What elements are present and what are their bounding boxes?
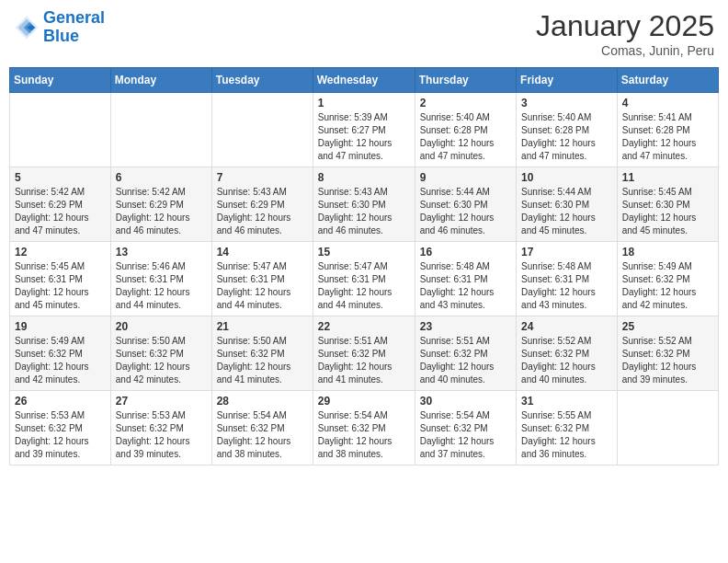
day-number: 19: [15, 320, 106, 333]
calendar-cell: 26Sunrise: 5:53 AM Sunset: 6:32 PM Dayli…: [10, 391, 111, 465]
calendar-cell: 13Sunrise: 5:46 AM Sunset: 6:31 PM Dayli…: [110, 242, 211, 316]
calendar-week-row: 12Sunrise: 5:45 AM Sunset: 6:31 PM Dayli…: [10, 242, 719, 316]
day-info: Sunrise: 5:42 AM Sunset: 6:29 PM Dayligh…: [15, 186, 106, 237]
day-info: Sunrise: 5:43 AM Sunset: 6:29 PM Dayligh…: [217, 186, 308, 237]
day-number: 18: [622, 246, 713, 259]
calendar-cell: 25Sunrise: 5:52 AM Sunset: 6:32 PM Dayli…: [617, 316, 718, 391]
day-number: 29: [318, 395, 410, 408]
day-info: Sunrise: 5:46 AM Sunset: 6:31 PM Dayligh…: [116, 260, 207, 312]
day-number: 8: [318, 171, 410, 184]
day-info: Sunrise: 5:42 AM Sunset: 6:29 PM Dayligh…: [116, 186, 207, 237]
day-info: Sunrise: 5:43 AM Sunset: 6:30 PM Dayligh…: [318, 186, 410, 237]
calendar-title: January 2025: [536, 9, 714, 43]
calendar-cell: 28Sunrise: 5:54 AM Sunset: 6:32 PM Dayli…: [211, 391, 313, 465]
day-info: Sunrise: 5:40 AM Sunset: 6:28 PM Dayligh…: [420, 111, 511, 163]
day-of-week-header: Thursday: [415, 68, 516, 93]
calendar-cell: 19Sunrise: 5:49 AM Sunset: 6:32 PM Dayli…: [10, 316, 111, 391]
calendar-cell: 11Sunrise: 5:45 AM Sunset: 6:30 PM Dayli…: [617, 167, 718, 242]
day-info: Sunrise: 5:55 AM Sunset: 6:32 PM Dayligh…: [521, 409, 612, 461]
day-info: Sunrise: 5:39 AM Sunset: 6:27 PM Dayligh…: [318, 111, 410, 163]
calendar-cell: [110, 93, 211, 167]
calendar-cell: 20Sunrise: 5:50 AM Sunset: 6:32 PM Dayli…: [110, 316, 211, 391]
day-info: Sunrise: 5:44 AM Sunset: 6:30 PM Dayligh…: [521, 186, 612, 237]
calendar-cell: 2Sunrise: 5:40 AM Sunset: 6:28 PM Daylig…: [415, 93, 516, 167]
day-number: 3: [521, 97, 612, 109]
calendar-week-row: 19Sunrise: 5:49 AM Sunset: 6:32 PM Dayli…: [10, 316, 719, 391]
calendar-week-row: 5Sunrise: 5:42 AM Sunset: 6:29 PM Daylig…: [10, 167, 719, 242]
calendar-cell: 17Sunrise: 5:48 AM Sunset: 6:31 PM Dayli…: [517, 242, 618, 316]
day-info: Sunrise: 5:41 AM Sunset: 6:28 PM Dayligh…: [622, 111, 713, 163]
day-number: 9: [420, 171, 511, 184]
day-number: 5: [15, 171, 106, 184]
title-block: January 2025 Comas, Junin, Peru: [536, 9, 714, 58]
day-number: 31: [521, 395, 612, 408]
day-number: 12: [15, 246, 106, 259]
logo-line2: Blue: [43, 27, 79, 45]
day-info: Sunrise: 5:51 AM Sunset: 6:32 PM Dayligh…: [318, 335, 410, 386]
day-number: 10: [521, 171, 612, 184]
day-of-week-header: Sunday: [10, 68, 111, 93]
calendar-table: SundayMondayTuesdayWednesdayThursdayFrid…: [9, 67, 719, 465]
day-number: 27: [116, 395, 207, 408]
day-of-week-header: Tuesday: [211, 68, 313, 93]
day-of-week-header: Friday: [517, 68, 618, 93]
page-header: General Blue January 2025 Comas, Junin, …: [9, 9, 719, 58]
day-info: Sunrise: 5:51 AM Sunset: 6:32 PM Dayligh…: [420, 335, 511, 386]
day-number: 14: [217, 246, 308, 259]
logo-icon: [14, 15, 40, 40]
day-of-week-header: Wednesday: [313, 68, 415, 93]
calendar-cell: 12Sunrise: 5:45 AM Sunset: 6:31 PM Dayli…: [10, 242, 111, 316]
calendar-cell: 7Sunrise: 5:43 AM Sunset: 6:29 PM Daylig…: [211, 167, 313, 242]
calendar-cell: 16Sunrise: 5:48 AM Sunset: 6:31 PM Dayli…: [415, 242, 516, 316]
day-info: Sunrise: 5:52 AM Sunset: 6:32 PM Dayligh…: [622, 335, 713, 386]
calendar-week-row: 26Sunrise: 5:53 AM Sunset: 6:32 PM Dayli…: [10, 391, 719, 465]
calendar-cell: 3Sunrise: 5:40 AM Sunset: 6:28 PM Daylig…: [517, 93, 618, 167]
day-info: Sunrise: 5:49 AM Sunset: 6:32 PM Dayligh…: [15, 335, 106, 386]
calendar-subtitle: Comas, Junin, Peru: [536, 43, 714, 58]
calendar-cell: 5Sunrise: 5:42 AM Sunset: 6:29 PM Daylig…: [10, 167, 111, 242]
day-number: 1: [318, 97, 410, 109]
day-info: Sunrise: 5:47 AM Sunset: 6:31 PM Dayligh…: [318, 260, 410, 312]
day-info: Sunrise: 5:53 AM Sunset: 6:32 PM Dayligh…: [15, 409, 106, 461]
day-info: Sunrise: 5:44 AM Sunset: 6:30 PM Dayligh…: [420, 186, 511, 237]
day-info: Sunrise: 5:54 AM Sunset: 6:32 PM Dayligh…: [217, 409, 308, 461]
calendar-header-row: SundayMondayTuesdayWednesdayThursdayFrid…: [10, 68, 719, 93]
day-number: 11: [622, 171, 713, 184]
logo-text: General Blue: [43, 9, 105, 46]
day-number: 7: [217, 171, 308, 184]
day-number: 17: [521, 246, 612, 259]
calendar-cell: 4Sunrise: 5:41 AM Sunset: 6:28 PM Daylig…: [617, 93, 718, 167]
day-number: 6: [116, 171, 207, 184]
calendar-cell: 14Sunrise: 5:47 AM Sunset: 6:31 PM Dayli…: [211, 242, 313, 316]
calendar-cell: [10, 93, 111, 167]
day-info: Sunrise: 5:40 AM Sunset: 6:28 PM Dayligh…: [521, 111, 612, 163]
calendar-cell: [211, 93, 313, 167]
calendar-cell: 15Sunrise: 5:47 AM Sunset: 6:31 PM Dayli…: [313, 242, 415, 316]
calendar-cell: 30Sunrise: 5:54 AM Sunset: 6:32 PM Dayli…: [415, 391, 516, 465]
day-number: 30: [420, 395, 511, 408]
day-info: Sunrise: 5:45 AM Sunset: 6:31 PM Dayligh…: [15, 260, 106, 312]
day-info: Sunrise: 5:48 AM Sunset: 6:31 PM Dayligh…: [521, 260, 612, 312]
day-number: 22: [318, 320, 410, 333]
calendar-cell: 10Sunrise: 5:44 AM Sunset: 6:30 PM Dayli…: [517, 167, 618, 242]
day-number: 20: [116, 320, 207, 333]
calendar-cell: 9Sunrise: 5:44 AM Sunset: 6:30 PM Daylig…: [415, 167, 516, 242]
day-number: 15: [318, 246, 410, 259]
calendar-cell: 31Sunrise: 5:55 AM Sunset: 6:32 PM Dayli…: [517, 391, 618, 465]
day-info: Sunrise: 5:47 AM Sunset: 6:31 PM Dayligh…: [217, 260, 308, 312]
day-number: 16: [420, 246, 511, 259]
calendar-cell: 8Sunrise: 5:43 AM Sunset: 6:30 PM Daylig…: [313, 167, 415, 242]
day-info: Sunrise: 5:45 AM Sunset: 6:30 PM Dayligh…: [622, 186, 713, 237]
calendar-week-row: 1Sunrise: 5:39 AM Sunset: 6:27 PM Daylig…: [10, 93, 719, 167]
day-info: Sunrise: 5:50 AM Sunset: 6:32 PM Dayligh…: [116, 335, 207, 386]
day-number: 25: [622, 320, 713, 333]
calendar-cell: 6Sunrise: 5:42 AM Sunset: 6:29 PM Daylig…: [110, 167, 211, 242]
day-info: Sunrise: 5:48 AM Sunset: 6:31 PM Dayligh…: [420, 260, 511, 312]
calendar-cell: 1Sunrise: 5:39 AM Sunset: 6:27 PM Daylig…: [313, 93, 415, 167]
calendar-cell: [617, 391, 718, 465]
day-number: 21: [217, 320, 308, 333]
day-of-week-header: Saturday: [617, 68, 718, 93]
day-number: 23: [420, 320, 511, 333]
calendar-cell: 22Sunrise: 5:51 AM Sunset: 6:32 PM Dayli…: [313, 316, 415, 391]
calendar-cell: 27Sunrise: 5:53 AM Sunset: 6:32 PM Dayli…: [110, 391, 211, 465]
